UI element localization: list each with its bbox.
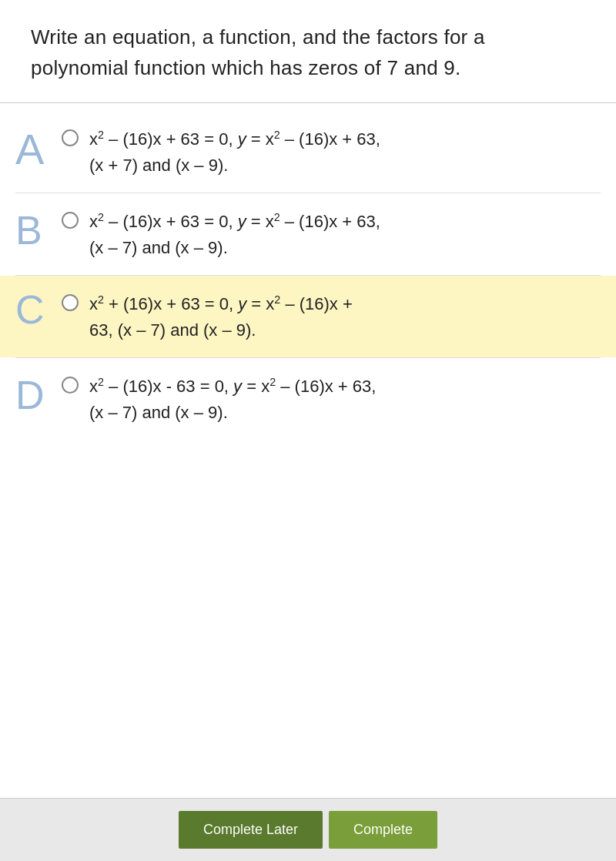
- bottom-bar: Complete Later Complete: [0, 798, 616, 861]
- option-letter-c: C: [15, 290, 62, 330]
- radio-container-d[interactable]: [62, 372, 89, 394]
- options-section: A x2 – (16)x + 63 = 0, y = x2 – (16)x + …: [0, 103, 616, 798]
- complete-later-button[interactable]: Complete Later: [179, 811, 323, 849]
- option-text-c: x2 + (16)x + 63 = 0, y = x2 – (16)x + 63…: [89, 290, 601, 343]
- option-text-d: x2 – (16)x - 63 = 0, y = x2 – (16)x + 63…: [89, 372, 601, 426]
- option-row-d: D x2 – (16)x - 63 = 0, y = x2 – (16)x + …: [0, 358, 616, 440]
- option-text-b: x2 – (16)x + 63 = 0, y = x2 – (16)x + 63…: [89, 207, 601, 261]
- question-text: Write an equation, a function, and the f…: [31, 22, 585, 84]
- radio-container-c[interactable]: [62, 290, 89, 311]
- radio-option-b[interactable]: [62, 212, 79, 229]
- option-row-a: A x2 – (16)x + 63 = 0, y = x2 – (16)x + …: [0, 111, 616, 193]
- complete-button[interactable]: Complete: [329, 811, 437, 849]
- option-row-c: C x2 + (16)x + 63 = 0, y = x2 – (16)x + …: [0, 276, 616, 357]
- option-letter-d: D: [15, 375, 62, 415]
- radio-option-d[interactable]: [62, 377, 79, 394]
- option-row-b: B x2 – (16)x + 63 = 0, y = x2 – (16)x + …: [0, 193, 616, 275]
- radio-container-b[interactable]: [62, 207, 89, 229]
- radio-option-a[interactable]: [62, 129, 79, 146]
- question-section: Write an equation, a function, and the f…: [0, 0, 616, 103]
- option-letter-a: A: [15, 128, 62, 171]
- radio-option-c[interactable]: [62, 294, 79, 311]
- option-letter-b: B: [15, 210, 62, 250]
- radio-container-a[interactable]: [62, 125, 89, 146]
- option-text-a: x2 – (16)x + 63 = 0, y = x2 – (16)x + 63…: [89, 125, 601, 179]
